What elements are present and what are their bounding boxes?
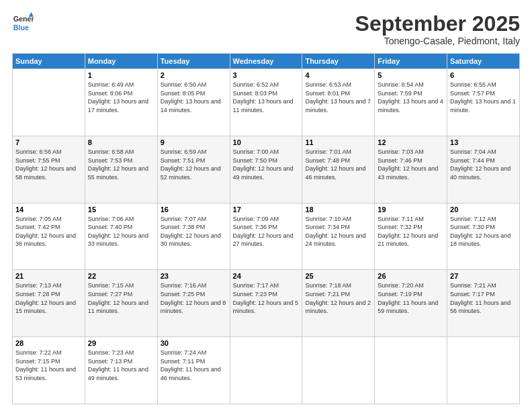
calendar-cell	[375, 337, 447, 404]
day-number: 4	[305, 71, 371, 79]
day-number: 3	[233, 71, 300, 79]
day-info: Sunrise: 7:21 AMSunset: 7:17 PMDaylight:…	[450, 281, 517, 315]
calendar: SundayMondayTuesdayWednesdayThursdayFrid…	[12, 53, 520, 404]
day-number: 7	[15, 138, 82, 146]
day-number: 23	[161, 272, 227, 280]
day-number: 17	[233, 205, 300, 214]
column-header-saturday: Saturday	[447, 54, 520, 69]
calendar-cell: 20Sunrise: 7:12 AMSunset: 7:30 PMDayligh…	[447, 203, 520, 270]
calendar-cell: 14Sunrise: 7:05 AMSunset: 7:42 PMDayligh…	[13, 203, 85, 270]
column-header-wednesday: Wednesday	[230, 54, 302, 69]
column-header-monday: Monday	[85, 54, 157, 69]
day-info: Sunrise: 7:24 AMSunset: 7:11 PMDaylight:…	[161, 349, 227, 382]
calendar-cell: 10Sunrise: 7:00 AMSunset: 7:50 PMDayligh…	[230, 136, 302, 203]
day-number: 19	[378, 205, 444, 214]
day-number: 18	[305, 205, 371, 214]
day-info: Sunrise: 7:09 AMSunset: 7:36 PMDaylight:…	[233, 215, 300, 248]
day-number: 20	[450, 205, 517, 214]
calendar-cell: 4Sunrise: 6:53 AMSunset: 8:01 PMDaylight…	[302, 69, 375, 136]
calendar-cell: 30Sunrise: 7:24 AMSunset: 7:11 PMDayligh…	[157, 337, 230, 404]
day-number: 5	[378, 71, 444, 79]
day-number: 24	[233, 272, 300, 280]
day-info: Sunrise: 7:00 AMSunset: 7:50 PMDaylight:…	[233, 148, 300, 181]
calendar-week-1: 1Sunrise: 6:49 AMSunset: 8:06 PMDaylight…	[13, 69, 520, 136]
day-number: 6	[450, 71, 517, 79]
day-number: 22	[88, 272, 154, 280]
day-number: 8	[88, 138, 154, 146]
calendar-cell: 16Sunrise: 7:07 AMSunset: 7:38 PMDayligh…	[157, 203, 230, 270]
calendar-week-3: 14Sunrise: 7:05 AMSunset: 7:42 PMDayligh…	[13, 203, 520, 270]
calendar-week-5: 28Sunrise: 7:22 AMSunset: 7:15 PMDayligh…	[13, 337, 520, 404]
day-number: 12	[378, 138, 444, 146]
column-header-thursday: Thursday	[302, 54, 375, 69]
calendar-cell: 18Sunrise: 7:10 AMSunset: 7:34 PMDayligh…	[302, 203, 375, 270]
day-number: 28	[15, 339, 82, 347]
calendar-cell: 25Sunrise: 7:18 AMSunset: 7:21 PMDayligh…	[302, 270, 375, 337]
day-number: 30	[161, 339, 227, 347]
calendar-cell: 2Sunrise: 6:50 AMSunset: 8:05 PMDaylight…	[157, 69, 230, 136]
day-number: 26	[378, 272, 444, 280]
day-info: Sunrise: 7:17 AMSunset: 7:23 PMDaylight:…	[233, 281, 300, 315]
day-info: Sunrise: 7:15 AMSunset: 7:27 PMDaylight:…	[88, 281, 154, 315]
calendar-week-2: 7Sunrise: 6:56 AMSunset: 7:55 PMDaylight…	[13, 136, 520, 203]
day-number: 9	[161, 138, 227, 146]
day-number: 16	[161, 205, 227, 214]
day-info: Sunrise: 7:06 AMSunset: 7:40 PMDaylight:…	[88, 215, 154, 248]
month-title: September 2025	[355, 12, 520, 36]
day-info: Sunrise: 7:13 AMSunset: 7:28 PMDaylight:…	[15, 281, 82, 315]
day-info: Sunrise: 7:18 AMSunset: 7:21 PMDaylight:…	[305, 281, 371, 315]
calendar-cell	[447, 337, 520, 404]
day-info: Sunrise: 7:03 AMSunset: 7:46 PMDaylight:…	[378, 148, 444, 181]
day-info: Sunrise: 6:56 AMSunset: 7:55 PMDaylight:…	[15, 148, 82, 181]
day-number: 10	[233, 138, 300, 146]
calendar-cell: 15Sunrise: 7:06 AMSunset: 7:40 PMDayligh…	[85, 203, 157, 270]
day-info: Sunrise: 7:05 AMSunset: 7:42 PMDaylight:…	[15, 215, 82, 248]
calendar-cell: 29Sunrise: 7:23 AMSunset: 7:13 PMDayligh…	[85, 337, 157, 404]
column-header-friday: Friday	[375, 54, 447, 69]
day-info: Sunrise: 7:11 AMSunset: 7:32 PMDaylight:…	[378, 215, 444, 248]
calendar-header: SundayMondayTuesdayWednesdayThursdayFrid…	[13, 54, 520, 69]
calendar-cell: 17Sunrise: 7:09 AMSunset: 7:36 PMDayligh…	[230, 203, 302, 270]
calendar-cell: 3Sunrise: 6:52 AMSunset: 8:03 PMDaylight…	[230, 69, 302, 136]
calendar-cell: 11Sunrise: 7:01 AMSunset: 7:48 PMDayligh…	[302, 136, 375, 203]
day-info: Sunrise: 7:01 AMSunset: 7:48 PMDaylight:…	[305, 148, 371, 181]
calendar-body: 1Sunrise: 6:49 AMSunset: 8:06 PMDaylight…	[13, 69, 520, 404]
day-info: Sunrise: 6:55 AMSunset: 7:57 PMDaylight:…	[450, 81, 517, 114]
calendar-cell: 27Sunrise: 7:21 AMSunset: 7:17 PMDayligh…	[447, 270, 520, 337]
calendar-cell	[230, 337, 302, 404]
calendar-cell: 22Sunrise: 7:15 AMSunset: 7:27 PMDayligh…	[85, 270, 157, 337]
day-number: 14	[15, 205, 82, 214]
calendar-cell: 6Sunrise: 6:55 AMSunset: 7:57 PMDaylight…	[447, 69, 520, 136]
calendar-cell: 8Sunrise: 6:58 AMSunset: 7:53 PMDaylight…	[85, 136, 157, 203]
day-info: Sunrise: 7:20 AMSunset: 7:19 PMDaylight:…	[378, 281, 444, 315]
calendar-cell: 1Sunrise: 6:49 AMSunset: 8:06 PMDaylight…	[85, 69, 157, 136]
day-number: 27	[450, 272, 517, 280]
day-number: 15	[88, 205, 154, 214]
day-info: Sunrise: 6:49 AMSunset: 8:06 PMDaylight:…	[88, 81, 154, 114]
calendar-cell: 12Sunrise: 7:03 AMSunset: 7:46 PMDayligh…	[375, 136, 447, 203]
day-info: Sunrise: 7:23 AMSunset: 7:13 PMDaylight:…	[88, 349, 154, 382]
day-number: 29	[88, 339, 154, 347]
day-number: 25	[305, 272, 371, 280]
calendar-cell: 28Sunrise: 7:22 AMSunset: 7:15 PMDayligh…	[13, 337, 85, 404]
day-info: Sunrise: 6:50 AMSunset: 8:05 PMDaylight:…	[161, 81, 227, 114]
calendar-cell: 9Sunrise: 6:59 AMSunset: 7:51 PMDaylight…	[157, 136, 230, 203]
column-header-sunday: Sunday	[13, 54, 85, 69]
calendar-cell: 13Sunrise: 7:04 AMSunset: 7:44 PMDayligh…	[447, 136, 520, 203]
day-info: Sunrise: 6:52 AMSunset: 8:03 PMDaylight:…	[233, 81, 300, 114]
column-header-tuesday: Tuesday	[157, 54, 230, 69]
calendar-cell: 21Sunrise: 7:13 AMSunset: 7:28 PMDayligh…	[13, 270, 85, 337]
day-number: 2	[161, 71, 227, 79]
day-info: Sunrise: 6:54 AMSunset: 7:59 PMDaylight:…	[378, 81, 444, 114]
calendar-cell: 19Sunrise: 7:11 AMSunset: 7:32 PMDayligh…	[375, 203, 447, 270]
day-info: Sunrise: 7:07 AMSunset: 7:38 PMDaylight:…	[161, 215, 227, 248]
calendar-cell: 7Sunrise: 6:56 AMSunset: 7:55 PMDaylight…	[13, 136, 85, 203]
title-block: September 2025 Tonengo-Casale, Piedmont,…	[355, 12, 520, 46]
logo-icon: General Blue	[12, 12, 34, 34]
day-info: Sunrise: 7:12 AMSunset: 7:30 PMDaylight:…	[450, 215, 517, 248]
calendar-cell	[13, 69, 85, 136]
calendar-cell: 24Sunrise: 7:17 AMSunset: 7:23 PMDayligh…	[230, 270, 302, 337]
day-info: Sunrise: 7:04 AMSunset: 7:44 PMDaylight:…	[450, 148, 517, 181]
day-info: Sunrise: 7:22 AMSunset: 7:15 PMDaylight:…	[15, 349, 82, 382]
day-info: Sunrise: 7:10 AMSunset: 7:34 PMDaylight:…	[305, 215, 371, 248]
